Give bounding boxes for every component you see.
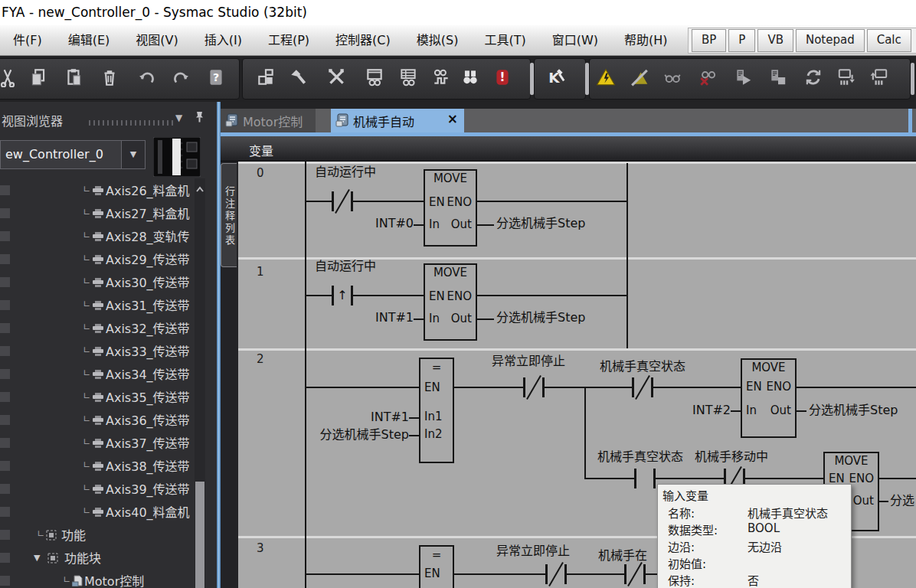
pin-icon[interactable]: [192, 110, 206, 127]
move-block[interactable]: MOVE EN ENO In Out: [424, 263, 477, 341]
tree-item-axis31[interactable]: ∟Axis31_传送带: [0, 293, 195, 316]
rung-number[interactable]: 0: [257, 166, 264, 180]
help-icon[interactable]: ?: [206, 67, 226, 87]
troubleshoot-icon[interactable]: K: [547, 67, 567, 87]
rung-number[interactable]: 2: [257, 352, 264, 366]
tree-item-axis26[interactable]: ∟Axis26_料盒机: [0, 178, 195, 201]
equals-block[interactable]: = EN: [419, 545, 454, 588]
tab-motor-control[interactable]: Motor控制: [221, 109, 316, 132]
tree-item-axis40[interactable]: ∟Axis40_料盒机: [0, 500, 195, 523]
tree-item-axis27[interactable]: ∟Axis27_料盒机: [0, 201, 195, 224]
controller-selector[interactable]: ew_Controller_0 ▼: [0, 140, 146, 169]
rung-number[interactable]: 3: [257, 541, 264, 555]
no-contact[interactable]: [634, 469, 656, 488]
operand-value[interactable]: 分选: [890, 493, 914, 508]
chevron-down-icon[interactable]: ▼: [121, 141, 145, 168]
contact-label[interactable]: 机械手真空状态: [597, 449, 683, 465]
tree-item-axis33[interactable]: ∟Axis33_传送带: [0, 339, 195, 362]
operand-value[interactable]: 分选机械手Step: [292, 427, 409, 443]
monitor-icon[interactable]: [662, 67, 682, 87]
nc-contact[interactable]: [624, 564, 646, 584]
tree-item-axis38[interactable]: ∟Axis38_传送带: [0, 454, 195, 477]
menu-project[interactable]: 工程(P): [255, 25, 322, 55]
menu-controller[interactable]: 控制器(C): [322, 25, 404, 55]
warning-disable-icon[interactable]: [630, 67, 649, 87]
tree-item-function-blocks[interactable]: ▼功能块: [0, 546, 195, 569]
quick-btn-p[interactable]: P: [728, 29, 755, 52]
tree-item-axis32[interactable]: ∟Axis32_传送带: [0, 316, 195, 339]
monitor-stop-icon[interactable]: [698, 67, 718, 87]
rebuild-icon[interactable]: [326, 67, 346, 87]
tree-item-axis30[interactable]: ∟Axis30_传送带: [0, 270, 195, 293]
contact-label[interactable]: 机械手在: [598, 548, 647, 564]
toolbar-grip[interactable]: [585, 63, 589, 95]
delete-icon[interactable]: [100, 67, 119, 87]
tree-item-axis39[interactable]: ∟Axis39_传送带: [0, 477, 195, 500]
operand-value[interactable]: INT#2: [667, 403, 731, 418]
nc-contact[interactable]: [545, 564, 567, 584]
tree-item-functions[interactable]: ∟功能: [0, 523, 195, 546]
window-layout-icon[interactable]: [256, 67, 276, 87]
search-icon[interactable]: [460, 67, 480, 87]
menu-window[interactable]: 窗口(W): [539, 25, 611, 55]
nc-contact[interactable]: [332, 191, 353, 211]
contact-label[interactable]: 自动运行中: [315, 259, 376, 274]
tree-item-axis29[interactable]: ∟Axis29_传送带: [0, 247, 195, 270]
tree-item-axis28[interactable]: ∟Axis28_变轨传: [0, 224, 195, 247]
copy-icon[interactable]: [28, 67, 48, 87]
contact-label[interactable]: 异常立即停止: [496, 544, 570, 559]
tree-item-axis37[interactable]: ∟Axis37_传送带: [0, 431, 195, 454]
nc-contact[interactable]: [523, 377, 545, 397]
menu-insert[interactable]: 插入(I): [191, 25, 255, 55]
equals-block[interactable]: = EN In1 In2: [419, 358, 454, 463]
data-trace-icon[interactable]: [431, 67, 451, 87]
quick-btn-calc[interactable]: Calc: [867, 29, 911, 52]
watch-table-icon[interactable]: [398, 67, 418, 87]
transfer-from-controller-icon[interactable]: [869, 67, 889, 87]
operand-value[interactable]: INT#0: [345, 216, 414, 231]
operand-value[interactable]: 分选机械手Step: [496, 310, 585, 325]
contact-label[interactable]: 机械手移动中: [695, 449, 768, 465]
move-block[interactable]: MOVE EN ENO In Out: [424, 169, 477, 247]
scroll-up-icon[interactable]: [195, 181, 204, 196]
rung-number[interactable]: 1: [257, 265, 264, 279]
redo-icon[interactable]: [171, 67, 191, 87]
menu-edit[interactable]: 编辑(E): [55, 25, 123, 55]
quick-btn-notepad[interactable]: Notepad: [796, 29, 865, 52]
toolbar-grip[interactable]: [530, 63, 534, 95]
warning-enable-icon[interactable]: [596, 67, 616, 87]
tab-robot-auto[interactable]: 机械手自动 ×: [331, 109, 464, 132]
contact-label[interactable]: 异常立即停止: [492, 354, 565, 369]
scrollbar-thumb[interactable]: [195, 482, 204, 588]
paste-icon[interactable]: [64, 67, 84, 87]
tree-item-axis34[interactable]: ∟Axis34_传送带: [0, 362, 195, 385]
tab-rung-comment-list[interactable]: 行注释列表: [221, 163, 237, 267]
tree-item-motor-control[interactable]: ∟Motor控制: [0, 569, 195, 588]
cut-icon[interactable]: [0, 67, 18, 87]
tree-scrollbar[interactable]: [195, 178, 205, 588]
error-list-icon[interactable]: !: [492, 67, 512, 87]
close-icon[interactable]: ×: [447, 111, 458, 126]
operand-value[interactable]: INT#1: [330, 410, 409, 425]
contact-label[interactable]: 自动运行中: [315, 165, 376, 180]
move-block[interactable]: MOVE EN ENO In Out: [741, 358, 797, 438]
build-icon[interactable]: [288, 67, 308, 87]
tree-item-axis36[interactable]: ∟Axis36_传送带: [0, 408, 195, 431]
expand-arrow-icon[interactable]: ▼: [34, 553, 40, 563]
operand-value[interactable]: INT#1: [345, 310, 414, 325]
panel-dropdown-icon[interactable]: ▼: [175, 113, 182, 123]
menu-file[interactable]: 件(F): [0, 25, 55, 55]
rising-edge-contact[interactable]: ↑: [332, 286, 353, 305]
toolbar-grip[interactable]: [911, 63, 914, 95]
contact-label[interactable]: 机械手真空状态: [600, 359, 685, 374]
tree-item-axis35[interactable]: ∟Axis35_传送带: [0, 385, 195, 408]
transfer-to-controller-icon[interactable]: [836, 67, 856, 87]
nc-contact[interactable]: [632, 377, 653, 397]
menu-simulation[interactable]: 模拟(S): [404, 25, 472, 55]
program-mode-icon[interactable]: [768, 67, 788, 87]
menu-tools[interactable]: 工具(T): [471, 25, 538, 55]
variables-bar[interactable]: 变量: [221, 136, 916, 162]
operand-value[interactable]: 分选机械手Step: [809, 403, 898, 418]
undo-icon[interactable]: [137, 67, 157, 87]
menu-view[interactable]: 视图(V): [123, 25, 191, 55]
